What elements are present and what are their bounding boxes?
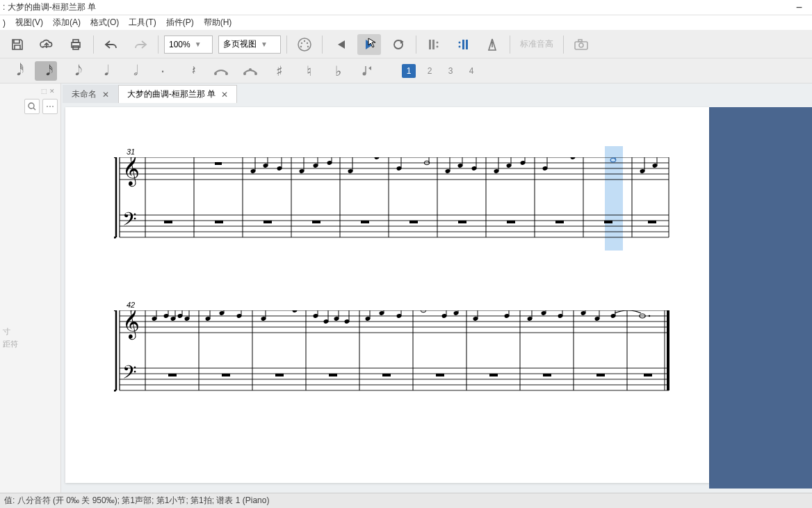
loop-button[interactable] bbox=[387, 34, 410, 55]
slur-button[interactable] bbox=[239, 61, 261, 81]
panel-close[interactable]: ⬚ ✕ bbox=[3, 86, 58, 96]
menu-close-paren[interactable]: ) bbox=[3, 18, 6, 28]
svg-point-24 bbox=[254, 72, 257, 75]
left-panel: ⬚ ✕ ⋯ 寸 距符 bbox=[0, 84, 61, 493]
svg-point-27 bbox=[29, 103, 34, 109]
natural-icon: ♮ bbox=[307, 63, 311, 79]
screenshot-button[interactable] bbox=[569, 34, 593, 55]
close-icon[interactable]: ✕ bbox=[221, 90, 228, 100]
menubar: ) 视图(V) 添加(A) 格式(O) 工具(T) 插件(P) 帮助(H) bbox=[0, 15, 812, 31]
svg-rect-241 bbox=[329, 374, 337, 376]
menu-plugins[interactable]: 插件(P) bbox=[166, 17, 194, 29]
svg-rect-240 bbox=[275, 374, 284, 376]
tab-score[interactable]: 大梦的曲调-桓那兰那 单 ✕ bbox=[118, 85, 237, 103]
note-16th[interactable]: 𝅘𝅥𝅯 bbox=[35, 61, 57, 81]
svg-rect-134 bbox=[409, 221, 418, 223]
loop-in-button[interactable] bbox=[422, 34, 446, 55]
flat-button[interactable]: ♭ bbox=[327, 61, 349, 81]
svg-rect-129 bbox=[164, 221, 172, 223]
window-title: : 大梦的曲调-桓那兰那 单 bbox=[3, 1, 96, 13]
svg-point-21 bbox=[225, 72, 228, 75]
note-half[interactable]: 𝅗𝅥 bbox=[122, 61, 145, 81]
menu-add[interactable]: 添加(A) bbox=[53, 17, 81, 29]
flip-button[interactable] bbox=[356, 61, 378, 81]
loop-out-button[interactable] bbox=[451, 34, 475, 55]
chevron-down-icon: ▼ bbox=[195, 40, 202, 48]
svg-point-20 bbox=[214, 72, 217, 75]
staff-system-1: 𝄞 𝄢 bbox=[114, 157, 670, 248]
cloud-upload-button[interactable] bbox=[35, 34, 58, 55]
svg-point-114 bbox=[570, 157, 576, 160]
svg-point-6 bbox=[304, 40, 305, 41]
staff-system-2: 𝄞 𝄢 bbox=[114, 310, 670, 401]
svg-rect-133 bbox=[361, 221, 369, 223]
note-quarter[interactable]: 𝅘𝅥 bbox=[93, 61, 115, 81]
voice-1[interactable]: 1 bbox=[402, 64, 416, 78]
svg-rect-138 bbox=[604, 221, 612, 223]
view-mode-combo[interactable]: 多页视图 ▼ bbox=[218, 35, 281, 54]
score-canvas[interactable]: 31 𝄞 𝄢 bbox=[61, 103, 812, 493]
play-button[interactable] bbox=[357, 34, 381, 55]
panel-tools: ⋯ bbox=[24, 96, 58, 117]
natural-button[interactable]: ♮ bbox=[298, 61, 320, 81]
menu-tools[interactable]: 工具(T) bbox=[129, 17, 156, 29]
svg-rect-130 bbox=[215, 221, 223, 223]
loop-in-icon bbox=[428, 38, 440, 51]
rewind-button[interactable] bbox=[328, 34, 352, 55]
svg-point-14 bbox=[459, 45, 461, 47]
chevron-down-icon: ▼ bbox=[261, 40, 268, 48]
svg-rect-139 bbox=[648, 221, 656, 223]
svg-rect-164 bbox=[667, 310, 669, 390]
svg-rect-136 bbox=[507, 221, 515, 223]
svg-point-7 bbox=[300, 45, 302, 47]
svg-rect-16 bbox=[466, 40, 468, 49]
zoom-value: 100% bbox=[169, 40, 190, 49]
zoom-combo[interactable]: 100% ▼ bbox=[164, 35, 213, 54]
svg-point-86 bbox=[374, 157, 380, 160]
more-button[interactable]: ⋯ bbox=[42, 99, 58, 114]
undo-button[interactable] bbox=[99, 34, 123, 55]
note-32nd[interactable]: 𝅘𝅥𝅰 bbox=[6, 61, 28, 81]
menu-help[interactable]: 帮助(H) bbox=[204, 17, 232, 29]
menu-view[interactable]: 视图(V) bbox=[15, 17, 43, 29]
score-page[interactable]: 31 𝄞 𝄢 bbox=[65, 107, 709, 483]
measure-number: 42 bbox=[127, 301, 135, 309]
svg-text:𝄢: 𝄢 bbox=[122, 362, 137, 387]
voice-3[interactable]: 3 bbox=[444, 64, 457, 78]
voice-4[interactable]: 4 bbox=[464, 64, 478, 78]
svg-rect-242 bbox=[382, 374, 391, 376]
undo-icon bbox=[104, 39, 119, 50]
note-8th[interactable]: 𝅘𝅥𝅮 bbox=[64, 61, 86, 81]
save-button[interactable] bbox=[6, 34, 29, 55]
svg-rect-1 bbox=[73, 40, 79, 42]
svg-point-18 bbox=[579, 43, 583, 47]
print-icon bbox=[69, 38, 83, 51]
svg-point-3 bbox=[298, 38, 311, 51]
midi-button[interactable] bbox=[293, 34, 316, 55]
close-icon[interactable]: ✕ bbox=[102, 90, 109, 100]
print-button[interactable] bbox=[64, 34, 88, 55]
voice-2[interactable]: 2 bbox=[423, 64, 437, 78]
tie-button[interactable] bbox=[210, 61, 232, 81]
note-dot[interactable]: · bbox=[152, 61, 174, 81]
next-page-strip[interactable] bbox=[709, 107, 812, 489]
sidebar-text-2: 距符 bbox=[3, 338, 58, 351]
svg-text:𝄢: 𝄢 bbox=[122, 209, 137, 234]
flip-icon bbox=[360, 64, 374, 78]
svg-point-8 bbox=[307, 45, 309, 47]
search-button[interactable] bbox=[24, 99, 40, 114]
minimize-button[interactable]: − bbox=[789, 1, 809, 14]
tab-untitled[interactable]: 未命名 ✕ bbox=[63, 85, 118, 103]
rest-button[interactable]: 𝄽 bbox=[181, 61, 203, 81]
tie-icon bbox=[213, 65, 229, 77]
svg-point-22 bbox=[243, 72, 246, 75]
sharp-button[interactable]: ♯ bbox=[268, 61, 291, 81]
menu-format[interactable]: 格式(O) bbox=[90, 17, 119, 29]
statusbar: 值: 八分音符 (开 0‰ 关 950‰); 第1声部; 第1小节; 第1拍; … bbox=[0, 493, 812, 508]
metronome-button[interactable] bbox=[480, 34, 504, 55]
svg-rect-239 bbox=[222, 374, 230, 376]
main-toolbar: 100% ▼ 多页视图 ▼ 标准音高 bbox=[0, 31, 812, 58]
redo-button[interactable] bbox=[129, 34, 152, 55]
svg-text:𝄞: 𝄞 bbox=[122, 310, 140, 340]
svg-point-237 bbox=[649, 315, 650, 317]
